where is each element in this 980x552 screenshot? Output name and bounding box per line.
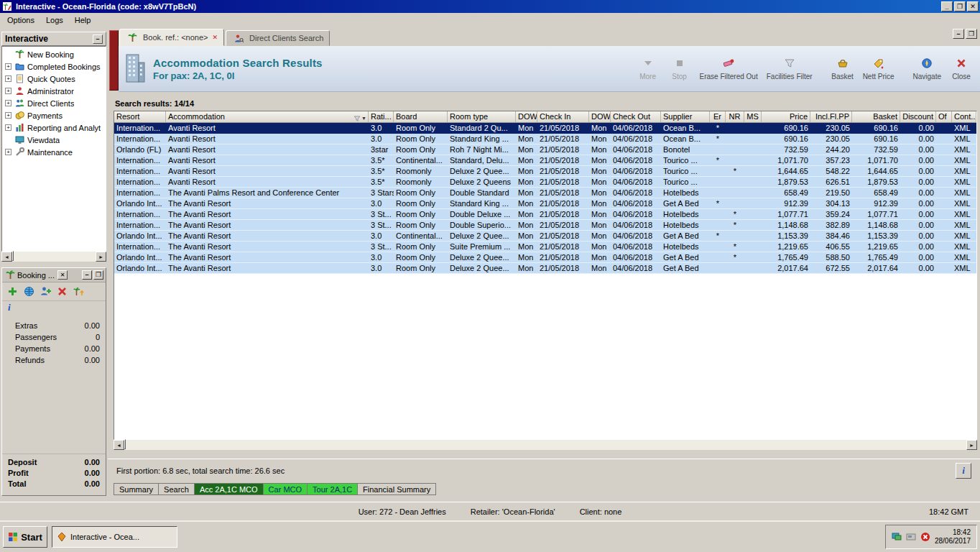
footer-tab-tour-2a-1c[interactable]: Tour 2A,1C	[308, 483, 358, 495]
menu-logs[interactable]: Logs	[40, 14, 69, 26]
scroll-right-icon[interactable]: ►	[96, 252, 106, 262]
tray-error-icon[interactable]	[920, 532, 930, 542]
expand-toggle-icon[interactable]: +	[5, 63, 11, 70]
table-row[interactable]: Internation...The Avanti Resort3 St...Ro…	[114, 209, 976, 220]
booking-minimize-button[interactable]: –	[82, 270, 92, 280]
column-header-er[interactable]: Er	[710, 111, 726, 122]
menu-options[interactable]: Options	[1, 14, 40, 26]
tab-book-ref-none[interactable]: Book. ref.: <none>✕	[119, 29, 224, 46]
footer-tab-acc-2a-1c-mco[interactable]: Acc 2A,1C MCO	[195, 483, 264, 495]
scroll-thumb[interactable]	[12, 251, 14, 261]
column-header-cont[interactable]: Cont...	[952, 111, 976, 122]
sidebar-hscrollbar[interactable]: ◄ ►	[1, 252, 106, 262]
nett-price-button[interactable]: Nett Price	[859, 50, 899, 88]
column-header-basket[interactable]: Basket	[852, 111, 900, 122]
tray-display-icon[interactable]	[892, 533, 902, 541]
table-row[interactable]: Internation...Avanti Resort3.5*Continent…	[114, 155, 976, 166]
table-row[interactable]: Orlando Int...The Avanti Resort3.0Room O…	[114, 198, 976, 209]
start-button[interactable]: Start	[3, 526, 47, 548]
navigate-button[interactable]: Navigate	[909, 50, 946, 88]
column-header-of[interactable]: Of	[936, 111, 952, 122]
stop-button[interactable]: Stop	[664, 50, 695, 88]
column-header-check-out[interactable]: Check Out	[611, 111, 661, 122]
table-row[interactable]: Orlando Int...The Avanti Resort3.0Room O…	[114, 263, 976, 274]
sidebar-item-direct-clients[interactable]: +Direct Clients	[2, 97, 106, 109]
export-booking-icon[interactable]	[73, 285, 85, 298]
add-booking-icon[interactable]	[6, 285, 19, 298]
add-passenger-icon[interactable]	[40, 285, 52, 298]
facilities-filter-button[interactable]: Facilities Filter	[762, 50, 817, 88]
table-hscrollbar[interactable]: ◄ ►	[114, 440, 977, 450]
column-header-room-type[interactable]: Room type	[448, 111, 516, 122]
column-header-dow[interactable]: DOW	[589, 111, 611, 122]
expand-toggle-icon[interactable]: +	[5, 149, 11, 155]
expand-toggle-icon[interactable]: +	[5, 124, 11, 131]
tab-close-icon[interactable]: ✕	[213, 34, 218, 41]
panel-restore-button[interactable]: ❐	[966, 29, 977, 39]
scroll-thumb[interactable]	[124, 439, 126, 449]
sidebar-item-quick-quotes[interactable]: +Quick Quotes	[2, 73, 106, 85]
table-row[interactable]: Orlando Int...The Avanti Resort3.0Contin…	[114, 231, 976, 242]
footer-tab-summary[interactable]: Summary	[114, 483, 159, 495]
minimize-button[interactable]: _	[941, 1, 953, 12]
column-header-resort[interactable]: Resort	[114, 111, 166, 122]
footer-tab-search[interactable]: Search	[159, 483, 195, 495]
scroll-left-icon[interactable]: ◄	[114, 440, 124, 450]
column-header-accommodation[interactable]: Accommodation▼	[166, 111, 369, 122]
column-header-rati[interactable]: Rati...	[369, 111, 394, 122]
column-header-ms[interactable]: MS	[744, 111, 762, 122]
column-header-board[interactable]: Board	[394, 111, 448, 122]
panel-minimize-button[interactable]: –	[953, 29, 964, 39]
sidebar-item-reporting-and-analyt[interactable]: +Reporting and Analyt	[2, 121, 106, 134]
footer-tab-car-mco[interactable]: Car MCO	[264, 483, 308, 495]
filter-icon[interactable]: ▼	[353, 113, 366, 122]
tab-direct-clients-search[interactable]: Direct Clients Search	[226, 30, 330, 46]
basket-button[interactable]: Basket	[827, 50, 859, 88]
sidebar-item-payments[interactable]: +Payments	[2, 109, 106, 121]
table-row[interactable]: Internation...The Avanti Resort3 St...Ro…	[114, 220, 976, 231]
table-row[interactable]: Orlando (FL)Avanti Resort3starRoom OnlyR…	[114, 144, 976, 155]
sidebar-collapse-button[interactable]: –	[93, 34, 103, 44]
sidebar-item-completed-bookings[interactable]: +Completed Bookings	[2, 60, 106, 73]
expand-toggle-icon[interactable]: +	[5, 112, 11, 119]
sidebar-item-administrator[interactable]: +Administrator	[2, 85, 106, 97]
table-row[interactable]: Internation...Avanti Resort3.5*RoomonlyD…	[114, 177, 976, 188]
scroll-left-icon[interactable]: ◄	[1, 252, 12, 262]
table-row[interactable]: Internation...Avanti Resort3.0Room OnlyS…	[114, 123, 976, 134]
sidebar-item-new-booking[interactable]: New Booking	[2, 48, 106, 60]
erase-filtered-out-button[interactable]: Erase Filtered Out	[695, 50, 762, 88]
info-icon[interactable]: i	[8, 302, 11, 313]
more-button[interactable]: More	[632, 50, 664, 88]
taskbar-task-button[interactable]: Interactive - Ocea...	[52, 526, 177, 548]
expand-toggle-icon[interactable]: +	[5, 100, 11, 106]
expand-toggle-icon[interactable]: +	[5, 88, 11, 94]
refresh-world-icon[interactable]	[23, 285, 35, 298]
sidebar-item-viewdata[interactable]: Viewdata	[2, 134, 106, 146]
footer-tab-financial-summary[interactable]: Financial Summary	[358, 483, 436, 495]
expand-toggle-icon[interactable]: +	[5, 75, 11, 82]
sidebar-item-maintenance[interactable]: +Maintenance	[2, 146, 106, 158]
delete-icon[interactable]	[56, 285, 68, 298]
close-button[interactable]: Close	[946, 50, 977, 88]
tray-card-icon[interactable]	[906, 533, 916, 541]
menu-help[interactable]: Help	[69, 14, 97, 26]
column-header-check-in[interactable]: Check In	[537, 111, 589, 122]
scroll-right-icon[interactable]: ►	[966, 440, 977, 450]
table-row[interactable]: Internation...The Avanti Resort3 St...Ro…	[114, 242, 976, 252]
close-button[interactable]: ✕	[967, 1, 979, 12]
column-header-incl-fl-pp[interactable]: Incl.Fl.PP	[810, 111, 852, 122]
info-button[interactable]: i	[956, 463, 971, 479]
column-header-price[interactable]: Price	[762, 111, 810, 122]
column-header-dow[interactable]: DOW	[516, 111, 537, 122]
table-row[interactable]: Internation...The Avanti Palms Resort an…	[114, 188, 976, 198]
table-row[interactable]: Internation...Avanti Resort3.5*RoomonlyD…	[114, 166, 976, 177]
table-row[interactable]: Orlando Int...The Avanti Resort3.0Room O…	[114, 252, 976, 263]
results-summary: Search results: 14/14	[115, 99, 194, 108]
restore-button[interactable]: ❐	[954, 1, 966, 12]
table-row[interactable]: Internation...Avanti Resort3.0Room OnlyS…	[114, 134, 976, 144]
booking-close-icon[interactable]: ✕	[57, 270, 68, 280]
booking-restore-button[interactable]: ❐	[93, 270, 103, 280]
column-header-nr[interactable]: NR	[726, 111, 744, 122]
column-header-discount[interactable]: Discount	[900, 111, 936, 122]
column-header-supplier[interactable]: Supplier	[661, 111, 710, 122]
